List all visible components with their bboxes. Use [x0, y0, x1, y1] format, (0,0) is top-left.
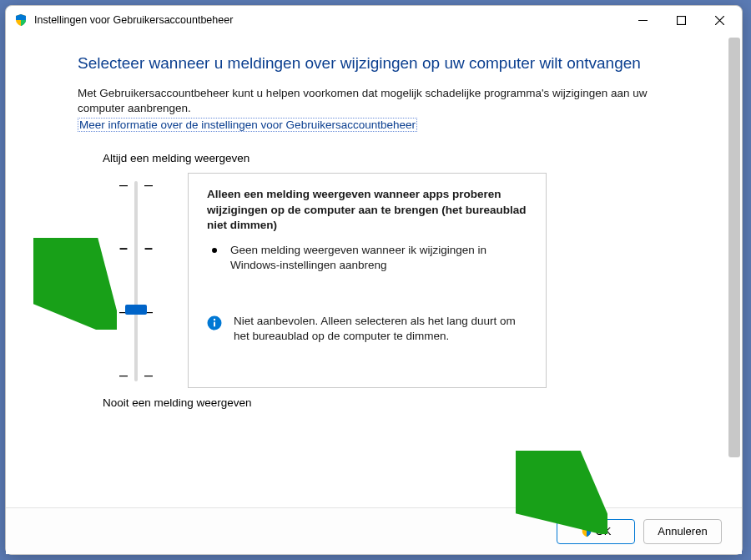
window-title: Instellingen voor Gebruikersaccountbehee… — [34, 14, 233, 26]
description-bullet-text: Geen melding weergeven wanneer ik wijzig… — [230, 243, 531, 273]
ok-button[interactable]: OK — [557, 519, 635, 544]
slider-bottom-label: Nooit een melding weergeven — [103, 396, 702, 409]
svg-point-4 — [214, 318, 215, 320]
description-title: Alleen een melding weergeven wanneer app… — [207, 187, 531, 233]
titlebar: Instellingen voor Gebruikersaccountbehee… — [6, 6, 742, 34]
cancel-button[interactable]: Annuleren — [643, 519, 722, 544]
uac-settings-window: Instellingen voor Gebruikersaccountbehee… — [5, 5, 743, 555]
svg-rect-3 — [214, 321, 215, 326]
more-info-link[interactable]: Meer informatie over de instellingen voo… — [78, 118, 417, 132]
warning-text: Niet aanbevolen. Alleen selecteren als h… — [234, 314, 531, 344]
minimize-button[interactable] — [623, 8, 662, 33]
description-bullet: Geen melding weergeven wanneer ik wijzig… — [207, 243, 531, 273]
svg-rect-0 — [638, 20, 648, 21]
svg-rect-1 — [677, 16, 685, 24]
scrollbar[interactable] — [728, 38, 740, 457]
notification-slider[interactable]: –– –– –– –– — [78, 173, 178, 390]
ok-button-label: OK — [596, 525, 612, 537]
bullet-icon — [212, 248, 217, 253]
page-heading: Selecteer wanneer u meldingen over wijzi… — [78, 54, 702, 73]
dialog-footer: OK Annuleren — [6, 507, 742, 554]
slider-top-label: Altijd een melding weergeven — [103, 152, 702, 164]
description-panel: Alleen een melding weergeven wanneer app… — [188, 173, 547, 388]
maximize-button[interactable] — [662, 8, 700, 33]
shield-icon — [14, 13, 28, 27]
info-icon — [207, 315, 222, 330]
intro-text: Met Gebruikersaccountbeheer kunt u helpe… — [78, 86, 662, 116]
close-button[interactable] — [700, 8, 738, 33]
shield-icon — [581, 526, 592, 537]
warning-row: Niet aanbevolen. Alleen selecteren als h… — [207, 314, 531, 344]
slider-thumb[interactable] — [125, 305, 147, 315]
cancel-button-label: Annuleren — [658, 525, 707, 537]
